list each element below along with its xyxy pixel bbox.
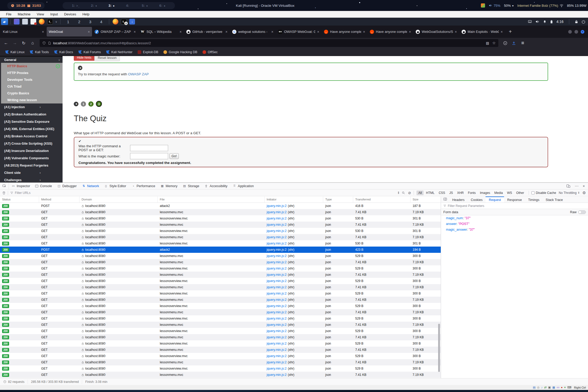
throttling-select[interactable]: No Throttling⇕ — [559, 191, 580, 195]
network-request-row[interactable]: 200GETlocalhost:8080lessonmenu.mvcjquery… — [0, 347, 441, 353]
forward-button[interactable]: → — [11, 41, 19, 45]
reader-view-icon[interactable]: ▤ — [486, 41, 489, 45]
sidebar-section--a9-vulnerable-components[interactable]: (A9) Vulnerable Components› — [0, 155, 63, 162]
initiator-link[interactable]: jquery.min.js:2 — [267, 329, 286, 333]
lock-screen-icon[interactable] — [575, 20, 578, 24]
filter-urls-input[interactable]: Filter URLs — [10, 191, 396, 195]
shield-icon[interactable] — [42, 41, 46, 45]
tab-close-icon[interactable]: × — [180, 30, 182, 34]
firefox-task-icon[interactable] — [113, 19, 118, 24]
bookmark-offsec[interactable]: OffSec — [200, 50, 220, 54]
sidebar-section-client-side[interactable]: Client side› — [0, 169, 63, 176]
network-request-row[interactable]: 200GETlocalhost:8080lessonmenu.mvcjquery… — [0, 297, 441, 303]
logout-power-icon[interactable] — [581, 20, 585, 24]
devtools-tab-debugger[interactable]: ◫Debugger — [54, 183, 79, 189]
initiator-link[interactable]: jquery.min.js:2 — [267, 373, 286, 377]
sidebar-lesson-cia-triad[interactable]: CIA Triad — [1, 83, 63, 90]
column-header-domain[interactable]: Domain — [79, 197, 158, 203]
initiator-link[interactable]: jquery.min.js:2 — [267, 217, 286, 220]
pocket-icon[interactable] — [503, 41, 507, 45]
form-data-param[interactable]: magic_num: "37" — [441, 215, 588, 221]
initiator-link[interactable]: jquery.min.js:2 — [267, 342, 286, 345]
host-workspace-1[interactable]: 1:>_ — [66, 4, 85, 8]
file-manager-icon[interactable] — [22, 19, 28, 24]
minimize-button[interactable] — [568, 30, 572, 34]
initiator-link[interactable]: jquery.min.js:2 — [267, 260, 286, 264]
new-tab-button[interactable]: + — [505, 29, 516, 35]
launcher-chevron-icon[interactable]: ∨ — [55, 20, 57, 23]
hamburger-menu-icon[interactable]: ≡ — [521, 40, 524, 46]
page-button-2[interactable]: 2 — [88, 101, 94, 107]
tab-close-icon[interactable]: × — [88, 30, 90, 34]
type-filter-all[interactable]: All — [416, 191, 424, 195]
initiator-link[interactable]: jquery.min.js:2 — [267, 292, 286, 295]
network-request-row[interactable]: 200GETlocalhost:8080lessonoverview.mvcjq… — [0, 228, 441, 234]
host-volume-indicator[interactable]: 75% — [489, 4, 500, 8]
guest-workspace-4[interactable]: 4 — [96, 20, 107, 24]
vbox-menu-help[interactable]: Help — [79, 11, 92, 17]
sidebar-item-general[interactable]: General › — [0, 56, 63, 63]
devtools-tab-application[interactable]: ⠿Application — [230, 183, 256, 189]
downloads-task-icon[interactable]: ↓ — [129, 19, 135, 24]
initiator-link[interactable]: jquery.min.js:2 — [267, 210, 286, 214]
sidebar-lesson-crypto-basics[interactable]: Crypto Basics — [1, 90, 63, 97]
initiator-link[interactable]: jquery.min.js:2 — [267, 273, 286, 277]
network-request-row[interactable]: 200GETlocalhost:8080lessonoverview.mvcjq… — [0, 328, 441, 334]
guest-workspace-2[interactable]: 2 — [74, 20, 85, 24]
type-filter-xhr[interactable]: XHR — [455, 191, 466, 195]
sidebar-section--a3-sensitive-data-exposure[interactable]: (A3) Sensitive Data Exposure› — [0, 118, 63, 125]
network-icon[interactable] — [528, 20, 532, 23]
network-request-row[interactable]: 200GETlocalhost:8080lessonoverview.mvcjq… — [0, 303, 441, 309]
battery-icon[interactable] — [550, 20, 553, 24]
host-workspace-6[interactable]: 6:● — [154, 4, 171, 8]
network-request-row[interactable]: 200GETlocalhost:8080lessonoverview.mvcjq… — [0, 265, 441, 272]
close-window-button[interactable]: ✕ — [581, 30, 584, 34]
type-filter-other[interactable]: Other — [514, 191, 526, 195]
bookmark-kali-forums[interactable]: Kali Forums — [76, 50, 103, 54]
sidebar-section--a8-2013-request-forgeries[interactable]: (A8:2013) Request Forgeries› — [0, 162, 63, 169]
network-request-row[interactable]: 200GETlocalhost:8080lessonmenu.mvcjquery… — [0, 259, 441, 265]
initiator-link[interactable]: jquery.min.js:2 — [267, 254, 286, 258]
firefox-launcher-icon[interactable] — [39, 19, 45, 24]
sidebar-section--a7-cross-site-scripting-xss-[interactable]: (A7) Cross-Site Scripting (XSS)› — [0, 140, 63, 147]
table-scrollbar[interactable] — [438, 324, 440, 372]
type-filter-media[interactable]: Media — [493, 191, 505, 195]
host-workspace-4[interactable]: 4: — [120, 4, 136, 8]
tab-close-icon[interactable]: × — [225, 30, 228, 34]
column-header-file[interactable]: File — [158, 197, 265, 203]
network-request-row[interactable]: 200GETlocalhost:8080lessonoverview.mvcjq… — [0, 353, 441, 359]
bookmark-kali-tools[interactable]: Kali Tools — [28, 50, 51, 54]
bookmark-kali-linux[interactable]: Kali Linux — [3, 50, 27, 54]
network-settings-gear-icon[interactable]: ⚙ — [583, 191, 586, 195]
devtools-tab-memory[interactable]: ▦Memory — [158, 183, 180, 189]
devtools-tab-storage[interactable]: ▤Storage — [180, 183, 202, 189]
form-data-param[interactable]: answer: "POST" — [441, 221, 588, 227]
browser-tab[interactable]: Have anyone comple× — [322, 27, 367, 36]
devtools-tab-performance[interactable]: ◔Performance — [129, 183, 158, 189]
network-request-row[interactable]: 200GETlocalhost:8080lessonoverview.mvcjq… — [0, 340, 441, 347]
sidebar-section--a4-xml-external-entities-xxe-[interactable]: (A4) XML External Entities (XXE)› — [0, 125, 63, 133]
sidebar-section--a5-broken-access-control[interactable]: (A5) Broken Access Control› — [0, 133, 63, 140]
initiator-link[interactable]: jquery.min.js:2 — [267, 298, 286, 302]
initiator-link[interactable]: jquery.min.js:2 — [267, 360, 286, 364]
initiator-link[interactable]: jquery.min.js:2 — [267, 235, 286, 239]
initiator-link[interactable]: jquery.min.js:2 — [267, 267, 286, 270]
tab-close-icon[interactable]: × — [42, 30, 44, 34]
form-data-param[interactable]: magic_answer: "37" — [441, 227, 588, 232]
text-editor-icon[interactable] — [30, 19, 36, 24]
network-request-row[interactable]: 200GETlocalhost:8080lessonoverview.mvcjq… — [0, 240, 441, 247]
host-wifi-indicator[interactable]: Internet Familie Bolz (77%) — [517, 4, 564, 8]
column-header-size[interactable]: Size — [411, 197, 441, 203]
initiator-link[interactable]: jquery.min.js:2 — [267, 323, 286, 327]
kali-menu-button[interactable] — [1, 18, 8, 25]
guest-workspace-switcher[interactable]: 1234 — [63, 20, 107, 24]
detail-tab-cookies[interactable]: Cookies — [468, 197, 486, 203]
network-request-row[interactable]: 200GETlocalhost:8080lessonoverview.mvcjq… — [0, 315, 441, 322]
network-request-row[interactable]: 200GETlocalhost:8080lessonmenu.mvcjquery… — [0, 334, 441, 340]
sidebar-lesson-writing-new-lesson[interactable]: Writing new lesson — [1, 97, 63, 103]
devtools-close-icon[interactable]: × — [583, 184, 585, 188]
type-filter-fonts[interactable]: Fonts — [466, 191, 477, 195]
tab-close-icon[interactable]: × — [455, 30, 457, 34]
column-header-transferred[interactable]: Transferred — [353, 197, 411, 203]
type-filter-js[interactable]: JS — [448, 191, 455, 195]
